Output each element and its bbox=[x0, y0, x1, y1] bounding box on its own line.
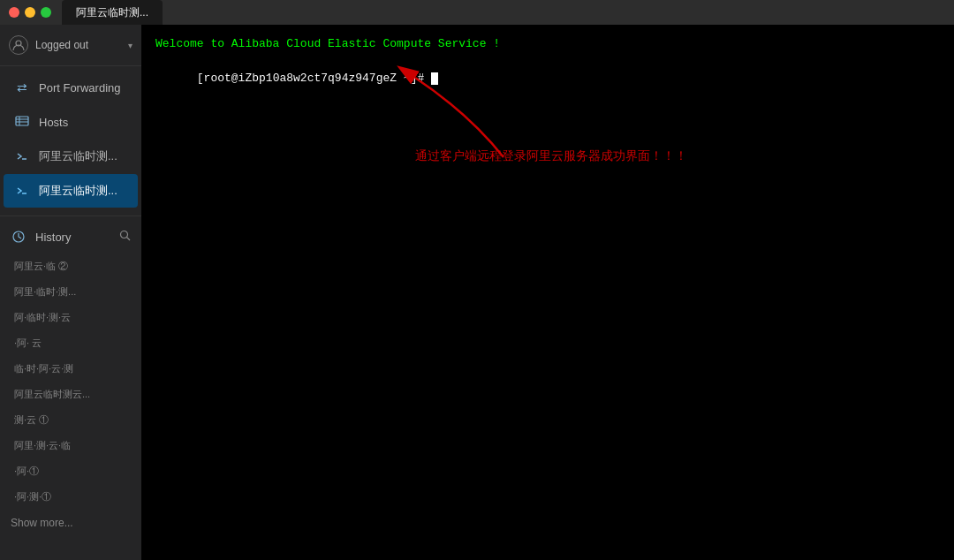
annotation-text: 通过客户端远程登录阿里云服务器成功界面！！！ bbox=[415, 148, 687, 164]
sidebar-item-port-forwarding[interactable]: ⇄ Port Forwarding bbox=[4, 71, 138, 104]
sidebar: Logged out ▾ ⇄ Port Forwarding Ho bbox=[0, 25, 141, 560]
terminal-prompt-line: [root@iZbp10a8w2ct7q94z947geZ ~]# bbox=[155, 53, 940, 105]
sidebar-item-session-1[interactable]: 阿里云临时测... bbox=[4, 140, 138, 173]
port-forwarding-icon: ⇄ bbox=[14, 79, 30, 95]
sidebar-item-hosts[interactable]: Hosts bbox=[4, 105, 138, 139]
terminal-icon-2 bbox=[14, 183, 30, 199]
list-item[interactable]: ·阿·① bbox=[4, 458, 138, 484]
tab-label: 阿里云临时测... bbox=[76, 5, 148, 20]
main-layout: Logged out ▾ ⇄ Port Forwarding Ho bbox=[0, 25, 954, 560]
logged-out-label: Logged out bbox=[35, 39, 121, 51]
svg-line-9 bbox=[127, 238, 131, 241]
maximize-button[interactable] bbox=[41, 7, 51, 18]
history-icon bbox=[11, 229, 26, 245]
list-item[interactable]: 阿里·测·云·临 bbox=[4, 433, 138, 458]
history-header: History bbox=[0, 220, 141, 254]
list-item[interactable]: 阿·临时·测·云 bbox=[4, 305, 138, 330]
svg-rect-1 bbox=[16, 117, 28, 125]
terminal-welcome-line: Welcome to Alibaba Cloud Elastic Compute… bbox=[155, 35, 940, 53]
history-left: History bbox=[11, 229, 71, 245]
user-account[interactable]: Logged out ▾ bbox=[0, 25, 141, 66]
hosts-icon bbox=[14, 114, 30, 130]
close-button[interactable] bbox=[9, 7, 19, 18]
search-icon[interactable] bbox=[119, 230, 131, 244]
hosts-label: Hosts bbox=[39, 116, 68, 129]
tab-active[interactable]: 阿里云临时测... bbox=[62, 0, 163, 25]
divider bbox=[0, 216, 141, 216]
show-more-button[interactable]: Show more... bbox=[0, 510, 141, 536]
list-item[interactable]: 阿里云临时测云... bbox=[4, 382, 138, 407]
list-item[interactable]: 阿里·临时·测... bbox=[4, 279, 138, 305]
list-item[interactable]: 阿里云·临 ② bbox=[4, 254, 138, 279]
terminal-icon-1 bbox=[14, 148, 30, 164]
window-controls bbox=[9, 7, 51, 18]
chevron-down-icon: ▾ bbox=[128, 41, 132, 50]
sidebar-section-top: ⇄ Port Forwarding Hosts bbox=[0, 66, 141, 212]
port-forwarding-label: Port Forwarding bbox=[39, 81, 120, 95]
history-label: History bbox=[35, 231, 71, 244]
minimize-button[interactable] bbox=[25, 7, 35, 18]
svg-point-8 bbox=[121, 231, 128, 238]
list-item[interactable]: ·阿·测·① bbox=[4, 484, 138, 510]
terminal-area[interactable]: Welcome to Alibaba Cloud Elastic Compute… bbox=[141, 25, 954, 560]
sidebar-item-session-2[interactable]: 阿里云临时测... bbox=[4, 174, 138, 208]
list-item[interactable]: ·阿· 云 bbox=[4, 330, 138, 356]
session-2-label: 阿里云临时测... bbox=[39, 183, 117, 199]
list-item[interactable]: 测·云 ① bbox=[4, 407, 138, 433]
tab-bar: 阿里云临时测... bbox=[62, 0, 945, 25]
titlebar: 阿里云临时测... bbox=[0, 0, 954, 25]
user-avatar bbox=[9, 35, 28, 55]
session-1-label: 阿里云临时测... bbox=[39, 148, 117, 164]
list-item[interactable]: 临·时·阿·云·测 bbox=[4, 356, 138, 382]
history-list: 阿里云·临 ② 阿里·临时·测... 阿·临时·测·云 ·阿· 云 临·时·阿·… bbox=[0, 254, 141, 510]
